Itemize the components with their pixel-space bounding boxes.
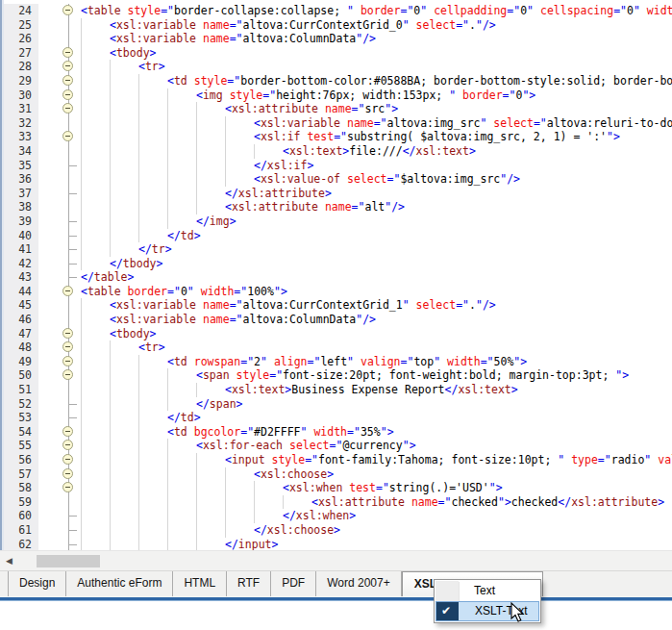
code-line: 32<xsl:variable name="altova:img_src" se…	[4, 116, 672, 131]
code-text[interactable]: <xsl:attribute name="checked">checked</x…	[81, 495, 672, 510]
code-text[interactable]: <xsl:value-of select="$altova:img_src"/>	[81, 172, 672, 187]
code-text[interactable]: </tbody>	[81, 257, 672, 271]
fold-margin	[38, 397, 81, 412]
tab-authentic-eform[interactable]: Authentic eForm	[66, 571, 173, 596]
code-text[interactable]: <xsl:text>Business Expense Report</xsl:t…	[81, 383, 672, 397]
code-text[interactable]: <xsl:choose>	[81, 467, 672, 482]
fold-collapse-icon[interactable]	[62, 89, 73, 100]
fold-margin	[38, 102, 81, 116]
code-text[interactable]: <xsl:variable name="altova:ColumnData"/>	[81, 32, 672, 46]
fold-connector-line	[68, 144, 69, 159]
indent-guide	[110, 509, 111, 523]
fold-collapse-icon[interactable]	[62, 341, 73, 352]
code-text[interactable]: <xsl:variable name="altova:ColumnData"/>	[81, 313, 672, 327]
indent-guide	[138, 355, 139, 369]
fold-collapse-icon[interactable]	[62, 369, 73, 380]
menu-item-text[interactable]: Text	[436, 581, 539, 601]
fold-collapse-icon[interactable]	[62, 468, 73, 479]
indent-guide	[110, 102, 111, 116]
code-text[interactable]: </xsl:when>	[81, 509, 672, 523]
code-text[interactable]: </td>	[81, 411, 672, 425]
indent-guide	[254, 495, 255, 510]
indent-guide	[81, 467, 82, 482]
code-text[interactable]: <xsl:if test="substring( $altova:img_src…	[81, 130, 672, 144]
fold-margin	[38, 4, 81, 18]
fold-collapse-icon[interactable]	[62, 61, 73, 71]
code-line: 61</xsl:choose>	[4, 523, 672, 538]
code-text[interactable]: </tr>	[81, 242, 672, 257]
indent-guide	[196, 102, 197, 116]
scrollbar-thumb[interactable]	[37, 555, 100, 567]
fold-collapse-icon[interactable]	[62, 328, 73, 339]
code-text[interactable]: <table border="0" width="100%">	[81, 285, 672, 299]
code-text[interactable]: <xsl:for-each select="@currency">	[81, 439, 672, 453]
tab-rtf[interactable]: RTF	[227, 571, 271, 596]
indent-guide	[110, 453, 111, 467]
code-text[interactable]: <xsl:attribute name="alt"/>	[81, 200, 672, 214]
fold-collapse-icon[interactable]	[62, 131, 73, 141]
indent-guide	[225, 481, 226, 495]
fold-collapse-icon[interactable]	[62, 103, 73, 113]
code-text[interactable]: </xsl:attribute>	[81, 187, 672, 201]
indent-guide	[81, 74, 82, 88]
code-text[interactable]: <xsl:attribute name="src">	[81, 102, 672, 116]
code-text[interactable]: <xsl:variable name="altova:img_src" sele…	[81, 116, 672, 131]
tab-design[interactable]: Design	[8, 571, 66, 596]
indent-guide	[138, 439, 139, 453]
tab-html[interactable]: HTML	[173, 571, 227, 596]
fold-end-tick	[68, 221, 77, 222]
fold-margin	[38, 425, 81, 440]
indent-guide	[196, 467, 197, 482]
horizontal-scrollbar[interactable]: ◀	[0, 550, 672, 570]
code-text[interactable]: <table style="border-collapse:collapse; …	[81, 4, 672, 18]
code-line: 58<xsl:when test="string(.)='USD'">	[4, 481, 672, 495]
code-text[interactable]: <tbody>	[81, 327, 672, 341]
code-text[interactable]: <td style="border-bottom-color:#0588BA; …	[81, 74, 672, 88]
tab-word-2007[interactable]: Word 2007+	[316, 571, 402, 596]
line-number: 36	[4, 172, 38, 187]
fold-collapse-icon[interactable]	[62, 356, 73, 366]
indent-guide	[110, 439, 111, 453]
code-text[interactable]: </xsl:if>	[81, 159, 672, 173]
fold-collapse-icon[interactable]	[62, 482, 73, 492]
code-text[interactable]: </span>	[81, 397, 672, 412]
code-text[interactable]: </table>	[81, 270, 672, 285]
code-text[interactable]: </img>	[81, 214, 672, 229]
xslt-code-editor[interactable]: 24<table style="border-collapse:collapse…	[0, 0, 672, 550]
indent-guide	[167, 214, 168, 229]
fold-collapse-icon[interactable]	[62, 5, 73, 15]
fold-collapse-icon[interactable]	[62, 75, 73, 86]
code-text[interactable]: <xsl:when test="string(.)='USD'">	[81, 481, 672, 495]
fold-collapse-icon[interactable]	[62, 454, 73, 465]
fold-margin	[38, 467, 81, 482]
code-text[interactable]: <xsl:variable name="altova:CurrContextGr…	[81, 298, 672, 313]
fold-collapse-icon[interactable]	[62, 440, 73, 450]
code-text[interactable]: <tbody>	[81, 46, 672, 61]
indent-guide	[254, 509, 255, 523]
indent-guide	[138, 383, 139, 397]
code-text[interactable]: <input style="font-family:Tahoma; font-s…	[81, 453, 672, 467]
code-text[interactable]: <tr>	[81, 60, 672, 74]
code-text[interactable]: <img style="height:76px; width:153px; " …	[81, 88, 672, 103]
fold-end-tick	[68, 236, 77, 237]
fold-end-tick	[68, 249, 77, 250]
code-text[interactable]: </input>	[81, 538, 672, 550]
line-number: 30	[4, 88, 38, 103]
code-text[interactable]: <xsl:variable name="altova:CurrContextGr…	[81, 18, 672, 33]
code-text[interactable]: <td bgcolor="#D2FFFF" width="35%">	[81, 425, 672, 440]
code-text[interactable]: <td rowspan="2" align="left" valign="top…	[81, 355, 672, 369]
code-text[interactable]: <tr>	[81, 340, 672, 355]
code-text[interactable]: <span style="font-size:20pt; font-weight…	[81, 368, 672, 383]
indent-guide	[81, 159, 82, 173]
fold-margin	[38, 439, 81, 453]
code-text[interactable]: </xsl:choose>	[81, 523, 672, 538]
code-text[interactable]: </td>	[81, 229, 672, 243]
scrollbar-left-arrow-icon[interactable]: ◀	[6, 551, 23, 570]
code-text[interactable]: <xsl:text>file:///</xsl:text>	[81, 144, 672, 159]
fold-collapse-icon[interactable]	[62, 426, 73, 437]
fold-collapse-icon[interactable]	[62, 286, 73, 296]
indent-guide	[196, 453, 197, 467]
tab-pdf[interactable]: PDF	[271, 571, 316, 596]
code-line: 24<table style="border-collapse:collapse…	[4, 4, 672, 18]
fold-collapse-icon[interactable]	[62, 47, 73, 58]
